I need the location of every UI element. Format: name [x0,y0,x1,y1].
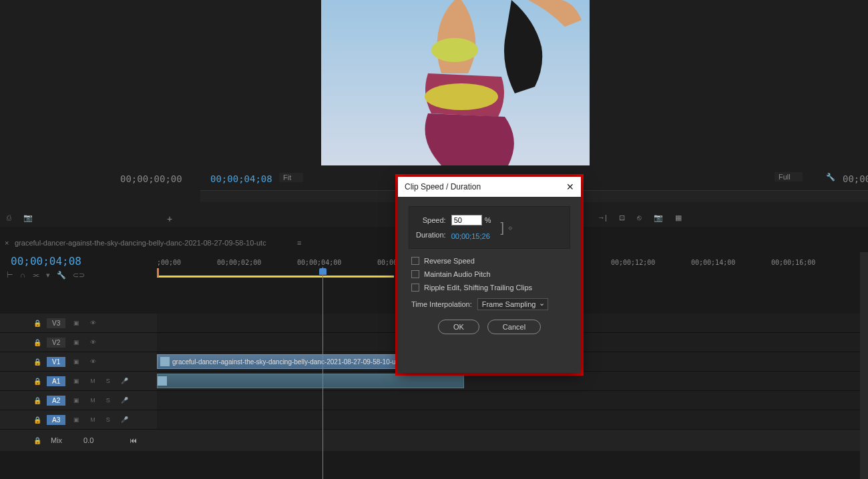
mix-track: 🔒 Mix 0.0 ⏮ [0,430,868,451]
track-content-a3[interactable] [157,410,868,429]
camera-icon[interactable]: 📷 [23,213,33,222]
marker-tool-icon[interactable]: ▾ [46,271,50,280]
time-interpolation-dropdown[interactable]: Frame Sampling [477,298,549,310]
add-button[interactable]: + [167,213,172,224]
clip-thumbnail [160,357,170,366]
link-speed-duration[interactable]: ] ⟐ [500,220,513,235]
ruler-label: 00;00;02;00 [217,259,261,266]
link-icon[interactable]: ⫘ [32,271,39,280]
lock-icon[interactable]: 🔒 [33,397,41,404]
markers-icon[interactable]: ▦ [675,213,682,222]
ruler-label: 00;00;12;00 [611,259,655,266]
settings-wrench-icon[interactable]: 🔧 [826,173,835,181]
close-tab-icon[interactable]: × [5,239,9,247]
right-panel-scroll[interactable] [860,252,868,479]
svg-point-2 [425,83,498,110]
speed-duration-group: Speed: Duration: % 00;00;15;26 ] ⟐ [409,206,570,249]
eye-icon[interactable]: 👁 [87,339,99,346]
work-area-bar[interactable] [157,276,394,278]
solo-button[interactable]: S [103,378,113,384]
toggle-output-icon[interactable]: ▣ [71,378,82,384]
track-header-v3[interactable]: V3 [47,318,65,328]
cancel-button[interactable]: Cancel [487,320,541,334]
lock-icon[interactable]: 🔒 [33,320,41,327]
collapse-icon[interactable]: ⏮ [130,436,137,444]
track-header-v2[interactable]: V2 [47,338,65,348]
mix-value[interactable]: 0.0 [83,436,93,444]
playhead-handle[interactable] [319,268,327,275]
eye-icon[interactable]: 👁 [87,358,99,365]
toggle-output-icon[interactable]: ▣ [71,339,82,346]
sequence-tab-name[interactable]: graceful-dancer-against-the-sky-dancing-… [15,239,266,247]
track-header-a1[interactable]: A1 [47,376,65,386]
close-icon[interactable]: ✕ [566,181,574,192]
timeline-tool-row: ⊢ ∩ ⫘ ▾ 🔧 ⊂⊃ [7,271,85,280]
eye-icon[interactable]: 👁 [87,320,99,326]
overwrite-icon[interactable]: ⊡ [619,213,625,222]
duration-value[interactable]: 00;00;15;26 [451,232,491,240]
reverse-speed-label: Reverse Speed [424,257,475,265]
toggle-output-icon[interactable]: ▣ [71,416,82,423]
lock-icon[interactable]: 🔒 [33,339,41,346]
lock-icon[interactable]: 🔒 [33,416,41,424]
ruler-label: 00;00;14;00 [691,259,735,266]
timeline-playhead-timecode[interactable]: 00;00;04;08 [11,255,81,268]
solo-button[interactable]: S [103,416,113,423]
lock-icon[interactable]: 🔒 [33,358,41,366]
maintain-pitch-label: Maintain Audio Pitch [424,270,491,278]
program-monitor-preview[interactable] [321,0,590,165]
dialog-title: Clip Speed / Duration [405,182,481,191]
mic-icon[interactable]: 🎤 [118,416,131,423]
solo-button[interactable]: S [103,397,113,404]
mic-icon[interactable]: 🎤 [118,397,131,404]
lock-icon[interactable]: 🔒 [33,378,41,385]
insert-icon[interactable]: →| [598,213,607,222]
export-icon[interactable]: ⎋ [637,213,642,222]
track-content-a2[interactable] [157,391,868,410]
playhead-line [322,267,323,479]
mute-button[interactable]: M [87,416,98,423]
speed-input[interactable] [451,215,482,225]
track-a3: 🔒 A3 ▣ M S 🎤 [0,410,868,430]
resolution-dropdown[interactable]: Full [775,172,803,181]
clip-speed-duration-dialog: Clip Speed / Duration ✕ Speed: Duration:… [398,177,581,373]
ripple-edit-row[interactable]: Ripple Edit, Shifting Trailing Clips [409,284,570,292]
playhead-position-timecode[interactable]: 00;00;04;08 [210,173,272,184]
reverse-speed-row[interactable]: Reverse Speed [409,257,570,265]
percent-label: % [485,216,491,224]
dialog-titlebar[interactable]: Clip Speed / Duration ✕ [398,177,581,197]
ok-button[interactable]: OK [438,320,479,334]
snap-icon[interactable]: ⊢ [7,271,13,280]
snapshot-icon[interactable]: 📷 [654,213,663,222]
mic-icon[interactable]: 🎤 [118,378,131,384]
text-tool-icon[interactable]: ⊂⊃ [73,271,85,280]
ripple-edit-label: Ripple Edit, Shifting Trailing Clips [424,284,532,292]
maintain-pitch-row[interactable]: Maintain Audio Pitch [409,270,570,278]
export-frame-icon[interactable]: ⎙ [7,213,11,222]
panel-menu-icon[interactable]: ≡ [297,239,301,247]
zoom-fit-dropdown[interactable]: Fit [279,173,303,182]
toggle-output-icon[interactable]: ▣ [71,358,82,365]
time-interpolation-label: Time Interpolation: [411,300,472,308]
toggle-output-icon[interactable]: ▣ [71,397,82,404]
duration-label: Duration: [416,231,446,239]
magnet-icon[interactable]: ∩ [20,271,25,280]
in-point-marker[interactable] [157,268,159,277]
track-header-a2[interactable]: A2 [47,396,65,406]
mix-label: Mix [51,436,62,444]
track-header-a3[interactable]: A3 [47,415,65,425]
svg-point-1 [431,38,478,62]
track-header-v1[interactable]: V1 [47,357,65,367]
out-timecode: 00;00 [843,173,868,184]
mute-button[interactable]: M [87,378,98,384]
clip-name-label: graceful-dancer-against-the-sky-dancing-… [172,358,409,366]
wrench-tool-icon[interactable]: 🔧 [57,271,66,280]
mute-button[interactable]: M [87,397,98,404]
toggle-output-icon[interactable]: ▣ [71,320,82,326]
ripple-edit-checkbox[interactable] [411,284,419,292]
lock-icon[interactable]: 🔒 [33,437,41,444]
reverse-speed-checkbox[interactable] [411,257,419,265]
maintain-pitch-checkbox[interactable] [411,270,419,278]
audio-clip[interactable] [157,374,464,388]
time-interpolation-row: Time Interpolation: Frame Sampling [409,298,570,310]
